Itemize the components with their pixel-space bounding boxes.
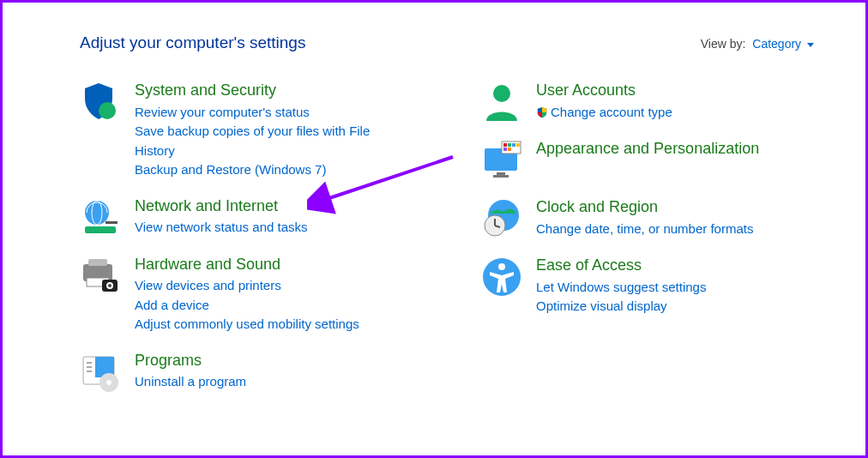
uac-shield-icon	[536, 105, 548, 117]
category-programs: Programs Uninstall a program	[80, 352, 413, 393]
category-link[interactable]: Optimize visual display	[536, 297, 706, 316]
category-title[interactable]: Ease of Access	[536, 256, 706, 275]
view-by-value: Category	[752, 37, 801, 51]
category-link[interactable]: Backup and Restore (Windows 7)	[135, 160, 413, 180]
shield-icon	[80, 81, 121, 123]
accessibility-icon	[481, 256, 522, 298]
category-title[interactable]: User Accounts	[536, 81, 672, 100]
printer-camera-icon	[80, 256, 121, 297]
user-icon	[481, 81, 522, 123]
svg-rect-6	[88, 259, 107, 266]
svg-rect-27	[503, 148, 507, 151]
category-title[interactable]: System and Security	[135, 81, 413, 100]
category-title[interactable]: Hardware and Sound	[135, 256, 359, 274]
svg-rect-15	[87, 371, 92, 372]
view-by-label: View by:	[701, 37, 746, 51]
svg-rect-24	[508, 143, 511, 147]
category-link[interactable]: Change date, time, or number formats	[536, 220, 753, 239]
category-link[interactable]: Change account type	[536, 103, 672, 123]
monitor-colors-icon	[481, 140, 522, 181]
svg-point-0	[99, 102, 116, 119]
svg-rect-20	[497, 172, 505, 175]
category-user-accounts: User Accounts Change account type	[481, 81, 814, 123]
category-ease-access: Ease of Access Let Windows suggest setti…	[481, 256, 814, 316]
category-title[interactable]: Clock and Region	[536, 198, 753, 217]
category-appearance: Appearance and Personalization	[481, 140, 814, 181]
svg-point-34	[498, 263, 505, 270]
svg-point-2	[85, 201, 109, 225]
category-link[interactable]: Save backup copies of your files with Fi…	[135, 122, 413, 160]
category-link[interactable]: Review your computer's status	[135, 103, 413, 123]
category-title[interactable]: Network and Internet	[135, 197, 308, 216]
category-link[interactable]: Uninstall a program	[135, 372, 246, 392]
programs-icon	[80, 352, 121, 393]
category-hardware-sound: Hardware and Sound View devices and prin…	[80, 256, 413, 334]
chevron-down-icon	[807, 43, 814, 47]
page-title: Adjust your computer's settings	[80, 33, 305, 52]
category-system-security: System and Security Review your computer…	[80, 81, 413, 180]
category-link[interactable]: Let Windows suggest settings	[536, 278, 706, 298]
category-link[interactable]: View devices and printers	[135, 276, 359, 296]
category-title[interactable]: Appearance and Personalization	[536, 140, 759, 159]
svg-rect-14	[87, 366, 92, 368]
category-clock-region: Clock and Region Change date, time, or n…	[481, 198, 814, 239]
globe-clock-icon	[481, 198, 522, 239]
category-network-internet: Network and Internet View network status…	[80, 197, 413, 238]
svg-rect-26	[516, 143, 520, 147]
globe-network-icon	[80, 197, 121, 238]
svg-rect-13	[87, 362, 92, 364]
category-link[interactable]: Add a device	[135, 296, 359, 316]
view-by-selector[interactable]: View by: Category	[701, 37, 814, 51]
svg-rect-28	[508, 148, 511, 151]
category-link[interactable]: Adjust commonly used mobility settings	[135, 315, 359, 334]
svg-rect-4	[105, 221, 118, 224]
svg-rect-1	[85, 226, 116, 233]
svg-point-17	[106, 380, 112, 385]
svg-rect-21	[493, 175, 509, 178]
svg-rect-23	[503, 143, 507, 147]
category-title[interactable]: Programs	[135, 352, 246, 371]
header-bar: Adjust your computer's settings View by:…	[80, 33, 814, 52]
svg-point-18	[493, 85, 510, 102]
svg-rect-25	[512, 143, 515, 147]
svg-point-10	[108, 284, 112, 287]
category-link[interactable]: View network status and tasks	[135, 218, 308, 238]
